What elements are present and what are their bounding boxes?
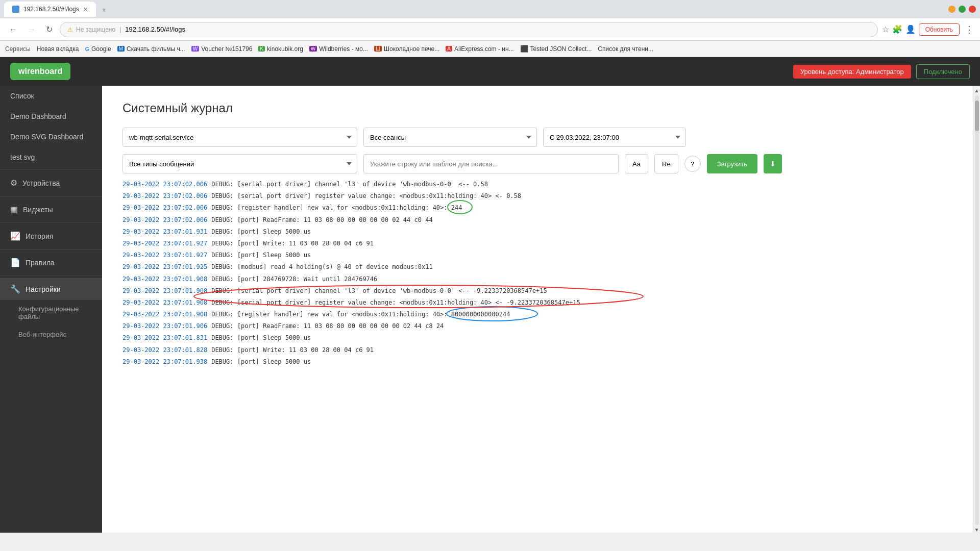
devices-icon: ⚙ [10,178,17,188]
help-button[interactable]: ? [684,156,701,172]
sidebar-item-demo-dashboard[interactable]: Demo Dashboard [0,106,102,127]
log-entry: 29-03-2022 23:07:01.927 DEBUG: [port] Wr… [122,238,952,249]
sidebar-item-label: Demo SVG Dashboard [10,133,83,141]
log-timestamp: 29-03-2022 23:07:02.006 [122,203,207,213]
scroll-up-btn[interactable]: ▲ [974,88,979,93]
close-btn[interactable] [969,6,976,13]
date-filter[interactable]: С 29.03.2022, 23:07:00 [543,128,686,147]
log-message: DEBUG: [port] Sleep 5000 us [211,357,311,367]
scrollbar[interactable]: ▲ ▼ [973,86,980,533]
sidebar-item-test-svg[interactable]: test svg [0,147,102,167]
sidebar-divider-2 [0,196,102,196]
log-message: DEBUG: [serial port driver] register val… [211,191,521,201]
browser-titlebar: 192.168.2.50/#!/logs ✕ + [0,0,980,18]
sidebar-sub-webui[interactable]: Веб-интерфейс [0,325,102,343]
active-tab[interactable]: 192.168.2.50/#!/logs ✕ [4,2,96,17]
sidebar-section-label: Правила [26,259,55,267]
sidebar-section-settings[interactable]: 🔧 Настройки [0,278,102,300]
app-header: wirenboard Уровень доступа: Администрато… [0,57,980,86]
bookmark-icon[interactable]: ☆ [882,24,889,34]
load-button[interactable]: Загрузить [707,154,757,173]
log-message: DEBUG: [port] Write: 11 03 00 28 00 04 c… [211,345,374,355]
svg-point-2 [447,307,537,321]
settings-icon: 🔧 [10,284,20,294]
log-entry: 29-03-2022 23:07:01.938 DEBUG: [port] Sl… [122,356,952,368]
log-timestamp: 29-03-2022 23:07:01.908 [122,298,207,308]
logo-button[interactable]: wirenboard [10,63,70,80]
connect-button[interactable]: Подключено [916,64,970,79]
sidebar-item-list[interactable]: Список [0,86,102,106]
download-button[interactable]: ⬇ [764,154,782,173]
scroll-down-btn[interactable]: ▼ [974,527,979,533]
log-message: DEBUG: [serial port driver] register val… [211,298,580,308]
sidebar-sub-label: Веб-интерфейс [18,331,66,338]
sidebar-sub-config[interactable]: Конфигурационные файлы [0,300,102,325]
new-tab-btn[interactable]: + [97,3,111,17]
log-message: DEBUG: [serial port driver] channel 'l3'… [211,180,488,189]
content-scroll[interactable]: Системный журнал wb-mqtt-serial.service … [102,86,973,533]
bookmark-github[interactable]: ⬛ Tested JSON Collect... [520,45,592,53]
bookmark-wildberries[interactable]: W Wildberries - мо... [309,45,368,53]
message-type-filter[interactable]: Все типы сообщений [122,154,357,173]
green-highlight-span: 244 [451,203,462,213]
address-bar[interactable]: ⚠ Не защищено | [60,22,878,37]
log-entry: 29-03-2022 23:07:01.828 DEBUG: [port] Wr… [122,344,952,356]
sidebar-section-history[interactable]: 📈 История [0,225,102,247]
sidebar-section-label: Устройства [22,179,60,187]
log-timestamp: 29-03-2022 23:07:01.908 [122,274,207,284]
not-secure-label: Не защищено [76,26,115,33]
log-entry: 29-03-2022 23:07:01.908 DEBUG: [register… [122,309,952,320]
aa-button[interactable]: Аа [625,154,648,173]
reload-btn[interactable]: ↻ [43,22,56,36]
log-timestamp: 29-03-2022 23:07:01.925 [122,262,207,272]
sidebar-section-rules[interactable]: 📄 Правила [0,252,102,273]
bookmark-label: AliExpress.com - ин... [454,45,514,53]
bookmark-aliexpress[interactable]: A AliExpress.com - ин... [446,45,513,53]
bookmark-services[interactable]: Сервисы [5,45,31,53]
sidebar-item-demo-svg[interactable]: Demo SVG Dashboard [0,127,102,147]
sidebar-item-label: Список [10,92,34,100]
log-entry: 29-03-2022 23:07:01.906 DEBUG: [port] Re… [122,320,952,332]
header-right: Уровень доступа: Администратор Подключен… [793,64,970,79]
sidebar-section-label: Настройки [26,285,61,293]
scroll-track[interactable] [975,95,979,525]
address-input[interactable] [125,26,870,33]
sidebar-section-devices[interactable]: ⚙ Устройства [0,172,102,194]
re-button[interactable]: Re [654,154,678,173]
bookmark-newtab[interactable]: Новая вкладка [37,45,79,53]
tab-close-btn[interactable]: ✕ [83,6,88,13]
bookmark-google[interactable]: G Google [85,45,111,53]
sidebar-section-widgets[interactable]: ▦ Виджеты [0,198,102,220]
bookmark-readlist[interactable]: Список для чтени... [598,45,653,53]
log-timestamp: 29-03-2022 23:07:02.006 [122,215,207,225]
scroll-thumb[interactable] [975,101,979,131]
bookmark-label: Шоколадное пече... [384,45,439,53]
bookmark-label: Voucher №151796 [201,45,252,53]
bookmark-kinokubik[interactable]: K kinokubik.org [258,45,303,53]
back-btn[interactable]: ← [6,23,20,36]
log-timestamp: 29-03-2022 23:07:01.927 [122,239,207,248]
sessions-filter[interactable]: Все сеансы [363,128,537,147]
log-entry: 29-03-2022 23:07:01.931 DEBUG: [port] Sl… [122,226,952,238]
maximize-btn[interactable] [959,6,966,13]
bookmark-label: kinokubik.org [267,45,303,53]
log-entry: 29-03-2022 23:07:01.927 DEBUG: [port] Sl… [122,249,952,261]
bookmark-chocolate[interactable]: Ш Шоколадное пече... [374,45,439,53]
log-entry: 29-03-2022 23:07:01.925 DEBUG: [modbus] … [122,261,952,273]
log-timestamp: 29-03-2022 23:07:01.908 [122,310,207,319]
menu-icon[interactable]: ⋮ [965,24,974,35]
bookmark-voucher[interactable]: W Voucher №151796 [191,45,253,53]
service-filter[interactable]: wb-mqtt-serial.service [122,128,357,147]
forward-btn[interactable]: → [24,23,39,36]
filters-row-2: Все типы сообщений Аа Re ? Загрузить ⬇ [122,154,952,173]
profile-icon[interactable]: 👤 [905,24,916,34]
extensions-icon[interactable]: 🧩 [892,24,902,34]
minimize-btn[interactable] [948,6,955,13]
log-message: DEBUG: [port] 284769728: Wait until 2847… [211,274,377,284]
github-icon: ⬛ [520,45,528,53]
bookmark-download[interactable]: M Скачать фильмы ч... [117,45,185,53]
search-input[interactable] [363,154,619,173]
log-message: DEBUG: [register handler] new val for <m… [211,203,462,213]
update-button[interactable]: Обновить [919,23,960,36]
tab-label: 192.168.2.50/#!/logs [23,6,79,13]
